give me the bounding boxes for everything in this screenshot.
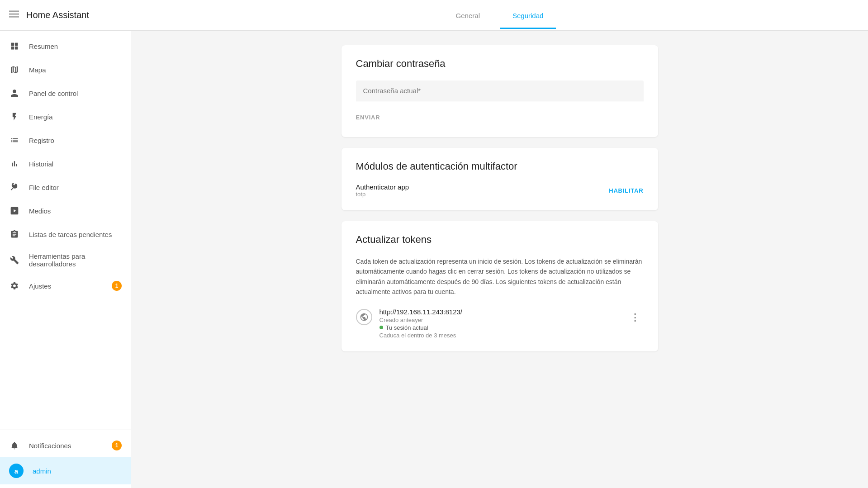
sidebar-item-label-panel: Panel de control — [29, 90, 122, 97]
sidebar-item-listas[interactable]: Listas de tareas pendientes — [0, 223, 131, 246]
mfa-authenticator-type: totp — [356, 191, 409, 198]
sidebar-item-medios[interactable]: Medios — [0, 199, 131, 223]
sidebar-item-label-energia: Energía — [29, 113, 122, 121]
svg-rect-6 — [15, 47, 18, 50]
sidebar-item-label-registro: Registro — [29, 137, 122, 144]
bell-icon — [9, 440, 20, 451]
sidebar-item-label-ajustes: Ajustes — [29, 282, 112, 290]
ajustes-badge: 1 — [112, 281, 122, 291]
wrench-icon — [9, 182, 20, 193]
svg-rect-4 — [15, 43, 18, 46]
more-icon: ⋮ — [630, 312, 640, 323]
sidebar-item-label-notificaciones: Notificaciones — [29, 442, 112, 450]
sidebar-item-file-editor[interactable]: File editor — [0, 175, 131, 199]
menu-icon[interactable] — [9, 9, 19, 21]
sidebar-item-label-listas: Listas de tareas pendientes — [29, 231, 122, 238]
main-content: General Seguridad Cambiar contraseña ENV… — [131, 0, 868, 488]
token-session-label: Tu sesión actual — [386, 324, 428, 331]
token-session: Tu sesión actual — [379, 324, 619, 331]
grid-icon — [9, 41, 20, 52]
avatar: a — [9, 464, 24, 478]
sidebar-item-herramientas[interactable]: Herramientas para desarrolladores — [0, 246, 131, 274]
current-password-input[interactable] — [356, 81, 644, 101]
svg-rect-1 — [9, 14, 19, 14]
tokens-description: Cada token de actualización representa u… — [356, 256, 644, 297]
tabs-bar: General Seguridad — [131, 0, 868, 31]
svg-rect-3 — [11, 43, 14, 46]
map-icon — [9, 64, 20, 75]
change-password-title: Cambiar contraseña — [356, 58, 644, 70]
sidebar-item-label-historial: Historial — [29, 160, 122, 168]
sidebar-item-resumen[interactable]: Resumen — [0, 34, 131, 58]
sidebar-item-ajustes[interactable]: Ajustes 1 — [0, 274, 131, 298]
sidebar-item-notificaciones[interactable]: Notificaciones 1 — [0, 434, 131, 457]
bolt-icon — [9, 111, 20, 122]
enable-mfa-button[interactable]: HABILITAR — [609, 184, 643, 198]
sidebar-item-label-mapa: Mapa — [29, 66, 122, 74]
svg-rect-5 — [11, 47, 14, 50]
sidebar-header: Home Assistant — [0, 0, 131, 31]
sidebar-item-label-resumen: Resumen — [29, 43, 122, 50]
tab-seguridad[interactable]: Seguridad — [500, 2, 556, 29]
sidebar-item-label-herramientas: Herramientas para desarrolladores — [29, 252, 122, 268]
sidebar-item-energia[interactable]: Energía — [0, 105, 131, 128]
change-password-card: Cambiar contraseña ENVIAR — [342, 45, 658, 137]
clipboard-icon — [9, 229, 20, 240]
sidebar-item-mapa[interactable]: Mapa — [0, 58, 131, 81]
submit-password-button[interactable]: ENVIAR — [356, 110, 380, 124]
sidebar-item-registro[interactable]: Registro — [0, 128, 131, 152]
mfa-title: Módulos de autenticación multifactor — [356, 161, 644, 172]
mfa-row: Authenticator app totp HABILITAR — [356, 183, 644, 198]
sidebar-item-label-admin: admin — [33, 467, 122, 475]
svg-rect-2 — [9, 17, 19, 18]
list-icon — [9, 135, 20, 146]
sidebar-item-label-file-editor: File editor — [29, 184, 122, 191]
mfa-info: Authenticator app totp — [356, 183, 409, 198]
content-area: Cambiar contraseña ENVIAR Módulos de aut… — [131, 31, 868, 488]
sidebar-item-historial[interactable]: Historial — [0, 152, 131, 175]
mfa-authenticator-name: Authenticator app — [356, 183, 409, 191]
person-icon — [9, 88, 20, 99]
gear-icon — [9, 280, 20, 291]
sidebar: Home Assistant Resumen Mapa Panel de con… — [0, 0, 131, 488]
token-expires: Caduca el dentro de 3 meses — [379, 332, 619, 339]
globe-icon — [356, 309, 372, 325]
notificaciones-badge: 1 — [112, 441, 122, 450]
session-active-dot — [379, 326, 383, 329]
token-url: http://192.168.11.243:8123/ — [379, 308, 619, 316]
token-more-button[interactable]: ⋮ — [626, 310, 644, 325]
tool-icon — [9, 255, 20, 265]
sidebar-item-panel[interactable]: Panel de control — [0, 81, 131, 105]
play-icon — [9, 205, 20, 216]
tokens-card: Actualizar tokens Cada token de actualiz… — [342, 221, 658, 351]
sidebar-item-admin[interactable]: a admin — [0, 457, 131, 484]
token-row: http://192.168.11.243:8123/ Creado antea… — [356, 308, 644, 339]
tokens-title: Actualizar tokens — [356, 234, 644, 246]
svg-rect-0 — [9, 11, 19, 12]
bar-chart-icon — [9, 158, 20, 169]
sidebar-footer: Notificaciones 1 a admin — [0, 430, 131, 488]
token-created: Creado anteayer — [379, 317, 619, 323]
tab-general[interactable]: General — [443, 2, 493, 29]
mfa-card: Módulos de autenticación multifactor Aut… — [342, 148, 658, 210]
sidebar-nav: Resumen Mapa Panel de control Energía — [0, 31, 131, 430]
sidebar-item-label-medios: Medios — [29, 207, 122, 215]
token-info: http://192.168.11.243:8123/ Creado antea… — [379, 308, 619, 339]
app-title: Home Assistant — [26, 10, 89, 20]
